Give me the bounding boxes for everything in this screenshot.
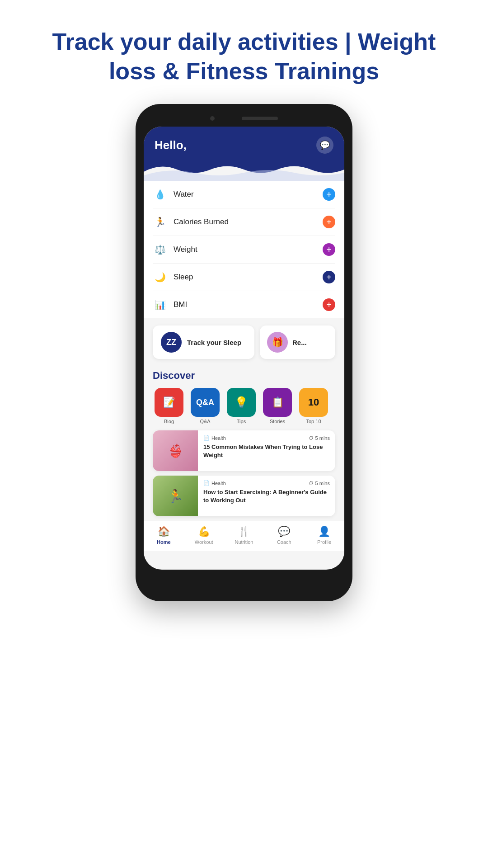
article-2-category: 📄 Health: [203, 480, 226, 486]
discover-title: Discover: [153, 370, 335, 382]
sleep-card[interactable]: ZZ Track your Sleep: [153, 326, 254, 359]
nav-nutrition[interactable]: 🍴 Nutrition: [224, 526, 264, 545]
nav-coach[interactable]: 💬 Coach: [264, 526, 304, 545]
water-add-btn[interactable]: +: [323, 188, 335, 201]
article-1-title: 15 Common Mistakes When Trying to Lose W…: [203, 443, 330, 459]
tracker-weight[interactable]: ⚖️ Weight +: [153, 236, 335, 264]
top10-icon-box: 10: [299, 388, 328, 417]
discover-top10[interactable]: 10 Top 10: [297, 388, 330, 424]
article-1-category: 📄 Health: [203, 435, 226, 441]
article-2-category-icon: 📄: [203, 480, 210, 486]
article-2-thumb-img: 🏃: [153, 476, 198, 516]
discover-tips[interactable]: 💡 Tips: [225, 388, 258, 424]
sleep-card-icon: ZZ: [161, 332, 182, 353]
tracker-bmi[interactable]: 📊 BMI +: [153, 291, 335, 318]
article-2-time-icon: ⏱: [309, 481, 314, 486]
article-card-1[interactable]: 👙 📄 Health ⏱ 5 mins 15 Common Mistakes W: [153, 430, 335, 471]
stories-label: Stories: [270, 419, 285, 424]
page-title: Track your daily activities | Weight los…: [0, 0, 488, 104]
nav-profile[interactable]: 👤 Profile: [304, 526, 344, 545]
coach-icon: 💬: [278, 526, 290, 538]
tips-label: Tips: [237, 419, 246, 424]
bmi-add-btn[interactable]: +: [323, 298, 335, 311]
home-icon: 🏠: [158, 526, 170, 538]
nutrition-icon: 🍴: [238, 526, 250, 538]
article-2-title: How to Start Exercising: A Beginner's Gu…: [203, 488, 330, 505]
article-card-2[interactable]: 🏃 📄 Health ⏱ 5 mins How to Start Exercis: [153, 476, 335, 516]
sleep-card-label: Track your Sleep: [187, 339, 241, 346]
article-2-content: 📄 Health ⏱ 5 mins How to Start Exercisin…: [198, 476, 335, 516]
discover-blog[interactable]: 📝 Blog: [153, 388, 185, 424]
phone-notch: [144, 112, 344, 125]
article-1-time-icon: ⏱: [309, 435, 314, 441]
bottom-nav: 🏠 Home 💪 Workout 🍴 Nutrition 💬 Coach 👤 P…: [144, 521, 344, 551]
nav-home[interactable]: 🏠 Home: [144, 526, 184, 545]
blog-icon: 📝: [163, 396, 175, 408]
home-nav-label: Home: [157, 539, 171, 545]
profile-nav-label: Profile: [317, 539, 331, 545]
wave-decoration: [144, 163, 344, 181]
reward-label: Re...: [292, 339, 307, 346]
tips-icon-box: 💡: [227, 388, 256, 417]
tracker-list: 💧 Water + 🏃 Calories Burned + ⚖️ Weight …: [144, 181, 344, 318]
weight-add-btn[interactable]: +: [323, 243, 335, 256]
article-1-thumb-img: 👙: [153, 430, 198, 471]
stories-icon-box: 📋: [263, 388, 292, 417]
calories-icon: 🏃: [153, 215, 167, 229]
workout-icon: 💪: [198, 526, 210, 538]
sleep-icon: 🌙: [153, 270, 167, 284]
weight-label: Weight: [174, 245, 197, 254]
cards-row: ZZ Track your Sleep 🎁 Re...: [144, 318, 344, 366]
bmi-label: BMI: [174, 300, 187, 309]
article-1-category-icon: 📄: [203, 435, 210, 441]
app-header: Hello, 💬: [144, 127, 344, 181]
stories-icon: 📋: [272, 396, 284, 408]
calories-add-btn[interactable]: +: [323, 216, 335, 228]
article-1-thumbnail: 👙: [153, 430, 198, 471]
article-1-time: ⏱ 5 mins: [309, 435, 330, 441]
qa-icon-box: Q&A: [191, 388, 220, 417]
discover-stories[interactable]: 📋 Stories: [261, 388, 294, 424]
sleep-label: Sleep: [174, 273, 193, 282]
sleep-add-btn[interactable]: +: [323, 271, 335, 283]
nav-workout[interactable]: 💪 Workout: [184, 526, 224, 545]
tracker-calories[interactable]: 🏃 Calories Burned +: [153, 208, 335, 236]
top10-label: Top 10: [306, 419, 321, 424]
workout-nav-label: Workout: [195, 539, 213, 545]
blog-label: Blog: [164, 419, 174, 424]
qa-icon: Q&A: [196, 398, 214, 407]
article-2-time: ⏱ 5 mins: [309, 481, 330, 486]
tracker-water[interactable]: 💧 Water +: [153, 181, 335, 208]
qa-label: Q&A: [200, 419, 210, 424]
speaker-bar: [242, 117, 278, 120]
bmi-icon: 📊: [153, 297, 167, 312]
phone-frame: Hello, 💬 💧 Water +: [136, 104, 352, 601]
water-icon: 💧: [153, 187, 167, 202]
article-2-thumbnail: 🏃: [153, 476, 198, 516]
discover-section: Discover 📝 Blog Q&A Q&A 💡: [144, 366, 344, 516]
reward-card[interactable]: 🎁 Re...: [260, 326, 335, 359]
camera-dot: [210, 116, 215, 121]
discover-qa[interactable]: Q&A Q&A: [189, 388, 221, 424]
nutrition-nav-label: Nutrition: [235, 539, 253, 545]
profile-icon: 👤: [318, 526, 330, 538]
discover-categories-row: 📝 Blog Q&A Q&A 💡 Tips: [153, 388, 335, 424]
top10-icon: 10: [308, 396, 319, 408]
weight-icon: ⚖️: [153, 242, 167, 257]
chat-button[interactable]: 💬: [316, 137, 333, 154]
tracker-sleep[interactable]: 🌙 Sleep +: [153, 264, 335, 291]
phone-screen: Hello, 💬 💧 Water +: [144, 127, 344, 570]
calories-label: Calories Burned: [174, 217, 229, 226]
coach-nav-label: Coach: [277, 539, 291, 545]
tips-icon: 💡: [235, 396, 248, 409]
article-1-content: 📄 Health ⏱ 5 mins 15 Common Mistakes Whe…: [198, 430, 335, 471]
blog-icon-box: 📝: [155, 388, 183, 417]
greeting-text: Hello,: [155, 138, 187, 152]
reward-icon: 🎁: [267, 332, 288, 353]
water-label: Water: [174, 190, 194, 199]
